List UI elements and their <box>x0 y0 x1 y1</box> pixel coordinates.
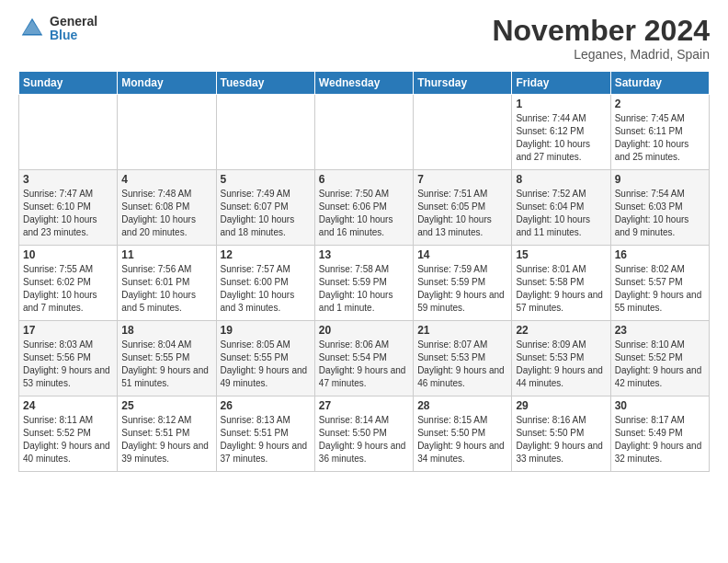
header-row: Sunday Monday Tuesday Wednesday Thursday… <box>19 72 710 95</box>
calendar-cell: 5Sunrise: 7:49 AM Sunset: 6:07 PM Daylig… <box>216 170 314 246</box>
calendar-cell: 17Sunrise: 8:03 AM Sunset: 5:56 PM Dayli… <box>19 321 118 396</box>
day-number: 2 <box>615 98 705 110</box>
calendar-cell: 13Sunrise: 7:58 AM Sunset: 5:59 PM Dayli… <box>314 246 413 321</box>
day-number: 19 <box>221 324 311 337</box>
day-number: 25 <box>121 399 211 412</box>
day-number: 17 <box>23 324 113 337</box>
day-number: 12 <box>221 248 311 261</box>
day-number: 27 <box>319 399 409 412</box>
day-info: Sunrise: 7:59 AM Sunset: 5:59 PM Dayligh… <box>417 263 507 315</box>
day-number: 11 <box>121 248 211 261</box>
calendar-cell <box>216 95 314 170</box>
calendar-cell: 29Sunrise: 8:16 AM Sunset: 5:50 PM Dayli… <box>512 396 610 472</box>
calendar-cell: 27Sunrise: 8:14 AM Sunset: 5:50 PM Dayli… <box>314 396 413 472</box>
day-number: 1 <box>516 98 606 110</box>
logo-text: General Blue <box>50 15 97 43</box>
logo-blue: Blue <box>50 29 97 42</box>
calendar-cell: 1Sunrise: 7:44 AM Sunset: 6:12 PM Daylig… <box>512 95 610 170</box>
day-number: 15 <box>516 248 606 261</box>
header-saturday: Saturday <box>610 72 709 95</box>
day-info: Sunrise: 7:49 AM Sunset: 6:07 PM Dayligh… <box>221 188 311 239</box>
day-info: Sunrise: 7:50 AM Sunset: 6:06 PM Dayligh… <box>319 188 409 239</box>
day-number: 14 <box>417 248 507 261</box>
day-info: Sunrise: 7:48 AM Sunset: 6:08 PM Dayligh… <box>121 188 211 239</box>
day-info: Sunrise: 8:17 AM Sunset: 5:49 PM Dayligh… <box>615 414 705 465</box>
calendar-cell: 8Sunrise: 7:52 AM Sunset: 6:04 PM Daylig… <box>512 170 610 246</box>
calendar-cell: 22Sunrise: 8:09 AM Sunset: 5:53 PM Dayli… <box>512 321 610 396</box>
day-number: 22 <box>516 324 606 337</box>
location: Leganes, Madrid, Spain <box>492 47 710 62</box>
header-friday: Friday <box>512 72 610 95</box>
day-info: Sunrise: 7:51 AM Sunset: 6:05 PM Dayligh… <box>417 188 507 239</box>
day-number: 18 <box>121 324 211 337</box>
day-info: Sunrise: 8:04 AM Sunset: 5:55 PM Dayligh… <box>121 339 211 390</box>
calendar-table: Sunday Monday Tuesday Wednesday Thursday… <box>18 71 710 472</box>
calendar-cell <box>118 95 216 170</box>
calendar-cell: 12Sunrise: 7:57 AM Sunset: 6:00 PM Dayli… <box>216 246 314 321</box>
calendar-cell: 16Sunrise: 8:02 AM Sunset: 5:57 PM Dayli… <box>610 246 709 321</box>
day-info: Sunrise: 8:15 AM Sunset: 5:50 PM Dayligh… <box>417 414 507 465</box>
svg-marker-1 <box>23 20 41 34</box>
day-info: Sunrise: 8:09 AM Sunset: 5:53 PM Dayligh… <box>516 339 606 390</box>
calendar-week-2: 3Sunrise: 7:47 AM Sunset: 6:10 PM Daylig… <box>19 170 710 246</box>
page-container: General Blue November 2024 Leganes, Madr… <box>0 0 728 481</box>
day-info: Sunrise: 7:57 AM Sunset: 6:00 PM Dayligh… <box>221 263 311 315</box>
day-number: 29 <box>516 399 606 412</box>
day-info: Sunrise: 8:02 AM Sunset: 5:57 PM Dayligh… <box>615 263 705 315</box>
day-info: Sunrise: 8:12 AM Sunset: 5:51 PM Dayligh… <box>121 414 211 465</box>
day-number: 28 <box>417 399 507 412</box>
calendar-cell: 19Sunrise: 8:05 AM Sunset: 5:55 PM Dayli… <box>216 321 314 396</box>
day-info: Sunrise: 8:03 AM Sunset: 5:56 PM Dayligh… <box>23 339 113 390</box>
calendar-cell: 9Sunrise: 7:54 AM Sunset: 6:03 PM Daylig… <box>610 170 709 246</box>
day-info: Sunrise: 8:14 AM Sunset: 5:50 PM Dayligh… <box>319 414 409 465</box>
day-info: Sunrise: 8:10 AM Sunset: 5:52 PM Dayligh… <box>615 339 705 390</box>
calendar-cell: 26Sunrise: 8:13 AM Sunset: 5:51 PM Dayli… <box>216 396 314 472</box>
day-number: 20 <box>319 324 409 337</box>
calendar-cell <box>414 95 512 170</box>
month-title: November 2024 <box>492 15 710 47</box>
header-tuesday: Tuesday <box>216 72 314 95</box>
day-info: Sunrise: 8:07 AM Sunset: 5:53 PM Dayligh… <box>417 339 507 390</box>
calendar-cell: 15Sunrise: 8:01 AM Sunset: 5:58 PM Dayli… <box>512 246 610 321</box>
day-info: Sunrise: 8:05 AM Sunset: 5:55 PM Dayligh… <box>221 339 311 390</box>
day-number: 24 <box>23 399 113 412</box>
day-number: 21 <box>417 324 507 337</box>
calendar-cell <box>314 95 413 170</box>
day-info: Sunrise: 7:47 AM Sunset: 6:10 PM Dayligh… <box>23 188 113 239</box>
calendar-cell: 3Sunrise: 7:47 AM Sunset: 6:10 PM Daylig… <box>19 170 118 246</box>
day-number: 5 <box>221 173 311 186</box>
day-number: 30 <box>615 399 705 412</box>
day-info: Sunrise: 8:06 AM Sunset: 5:54 PM Dayligh… <box>319 339 409 390</box>
logo: General Blue <box>18 15 97 43</box>
calendar-cell <box>19 95 118 170</box>
day-number: 6 <box>319 173 409 186</box>
calendar-cell: 25Sunrise: 8:12 AM Sunset: 5:51 PM Dayli… <box>118 396 216 472</box>
day-info: Sunrise: 7:44 AM Sunset: 6:12 PM Dayligh… <box>516 112 606 164</box>
calendar-cell: 4Sunrise: 7:48 AM Sunset: 6:08 PM Daylig… <box>118 170 216 246</box>
calendar-cell: 14Sunrise: 7:59 AM Sunset: 5:59 PM Dayli… <box>414 246 512 321</box>
calendar-cell: 30Sunrise: 8:17 AM Sunset: 5:49 PM Dayli… <box>610 396 709 472</box>
header-thursday: Thursday <box>414 72 512 95</box>
day-info: Sunrise: 8:01 AM Sunset: 5:58 PM Dayligh… <box>516 263 606 315</box>
calendar-cell: 10Sunrise: 7:55 AM Sunset: 6:02 PM Dayli… <box>19 246 118 321</box>
header: General Blue November 2024 Leganes, Madr… <box>18 15 710 62</box>
calendar-cell: 6Sunrise: 7:50 AM Sunset: 6:06 PM Daylig… <box>314 170 413 246</box>
calendar-cell: 20Sunrise: 8:06 AM Sunset: 5:54 PM Dayli… <box>314 321 413 396</box>
calendar-cell: 28Sunrise: 8:15 AM Sunset: 5:50 PM Dayli… <box>414 396 512 472</box>
day-number: 13 <box>319 248 409 261</box>
day-number: 10 <box>23 248 113 261</box>
day-number: 16 <box>615 248 705 261</box>
calendar-cell: 2Sunrise: 7:45 AM Sunset: 6:11 PM Daylig… <box>610 95 709 170</box>
logo-icon <box>18 15 46 42</box>
header-monday: Monday <box>118 72 216 95</box>
day-number: 8 <box>516 173 606 186</box>
calendar-cell: 11Sunrise: 7:56 AM Sunset: 6:01 PM Dayli… <box>118 246 216 321</box>
day-info: Sunrise: 8:16 AM Sunset: 5:50 PM Dayligh… <box>516 414 606 465</box>
day-info: Sunrise: 7:58 AM Sunset: 5:59 PM Dayligh… <box>319 263 409 315</box>
day-info: Sunrise: 7:56 AM Sunset: 6:01 PM Dayligh… <box>121 263 211 315</box>
header-wednesday: Wednesday <box>314 72 413 95</box>
day-info: Sunrise: 7:55 AM Sunset: 6:02 PM Dayligh… <box>23 263 113 315</box>
day-info: Sunrise: 8:11 AM Sunset: 5:52 PM Dayligh… <box>23 414 113 465</box>
calendar-week-5: 24Sunrise: 8:11 AM Sunset: 5:52 PM Dayli… <box>19 396 710 472</box>
calendar-cell: 7Sunrise: 7:51 AM Sunset: 6:05 PM Daylig… <box>414 170 512 246</box>
